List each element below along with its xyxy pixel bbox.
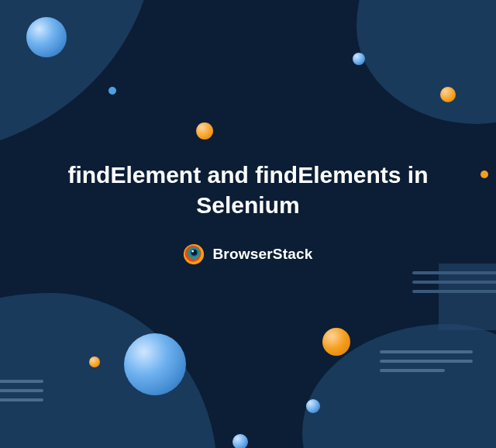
content-area: findElement and findElements in Selenium…: [0, 0, 496, 448]
brand-row: BrowserStack: [183, 243, 312, 265]
brand-name: BrowserStack: [212, 246, 312, 263]
svg-point-4: [191, 250, 198, 256]
svg-point-5: [192, 250, 195, 253]
browserstack-logo-icon: [183, 243, 205, 265]
promo-graphic: findElement and findElements in Selenium…: [0, 0, 496, 448]
page-title: findElement and findElements in Selenium: [31, 160, 465, 220]
